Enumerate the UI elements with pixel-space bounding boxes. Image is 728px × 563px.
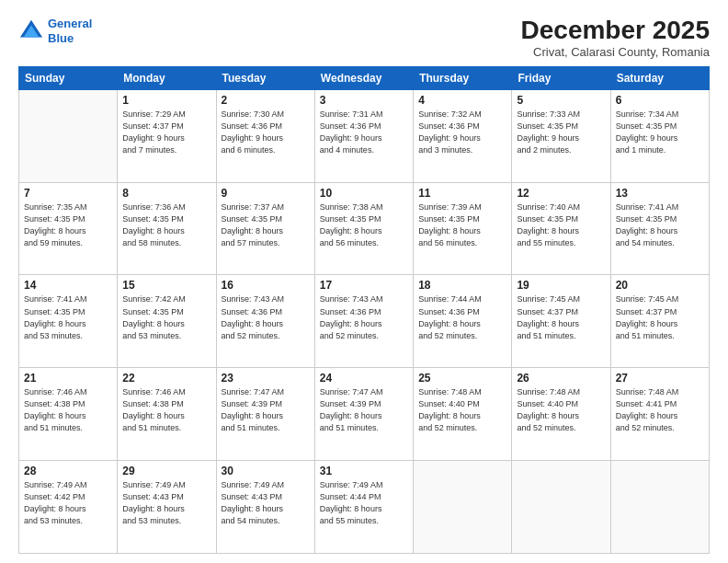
calendar-cell: 1Sunrise: 7:29 AMSunset: 4:37 PMDaylight… bbox=[118, 89, 216, 182]
calendar-cell: 31Sunrise: 7:49 AMSunset: 4:44 PMDayligh… bbox=[314, 461, 413, 554]
day-info: Sunrise: 7:43 AMSunset: 4:36 PMDaylight:… bbox=[222, 293, 310, 341]
day-number: 22 bbox=[122, 372, 210, 385]
day-info: Sunrise: 7:46 AMSunset: 4:38 PMDaylight:… bbox=[24, 386, 112, 434]
day-info: Sunrise: 7:45 AMSunset: 4:37 PMDaylight:… bbox=[517, 293, 605, 341]
logo-line1: General bbox=[48, 17, 92, 30]
calendar-cell: 8Sunrise: 7:36 AMSunset: 4:35 PMDaylight… bbox=[118, 182, 216, 275]
day-info: Sunrise: 7:45 AMSunset: 4:37 PMDaylight:… bbox=[616, 293, 704, 341]
calendar-cell: 29Sunrise: 7:49 AMSunset: 4:43 PMDayligh… bbox=[118, 461, 216, 554]
day-number: 10 bbox=[320, 187, 408, 200]
main-title: December 2025 bbox=[521, 17, 710, 45]
day-number: 21 bbox=[24, 372, 112, 385]
calendar-cell: 16Sunrise: 7:43 AMSunset: 4:36 PMDayligh… bbox=[216, 275, 314, 368]
weekday-header: Wednesday bbox=[314, 66, 413, 89]
day-number: 8 bbox=[122, 187, 210, 200]
header: General Blue December 2025 Crivat, Calar… bbox=[18, 17, 710, 59]
day-info: Sunrise: 7:46 AMSunset: 4:38 PMDaylight:… bbox=[122, 386, 210, 434]
calendar-week-row: 21Sunrise: 7:46 AMSunset: 4:38 PMDayligh… bbox=[19, 368, 710, 461]
calendar-cell: 10Sunrise: 7:38 AMSunset: 4:35 PMDayligh… bbox=[314, 182, 413, 275]
day-number: 30 bbox=[222, 465, 310, 477]
day-info: Sunrise: 7:41 AMSunset: 4:35 PMDaylight:… bbox=[24, 293, 112, 341]
day-info: Sunrise: 7:47 AMSunset: 4:39 PMDaylight:… bbox=[320, 386, 408, 434]
calendar-week-row: 1Sunrise: 7:29 AMSunset: 4:37 PMDaylight… bbox=[19, 89, 710, 182]
weekday-header: Friday bbox=[512, 66, 610, 89]
calendar-cell: 12Sunrise: 7:40 AMSunset: 4:35 PMDayligh… bbox=[512, 182, 610, 275]
calendar-cell: 4Sunrise: 7:32 AMSunset: 4:36 PMDaylight… bbox=[414, 89, 512, 182]
day-info: Sunrise: 7:38 AMSunset: 4:35 PMDaylight:… bbox=[320, 201, 408, 249]
day-info: Sunrise: 7:33 AMSunset: 4:35 PMDaylight:… bbox=[517, 109, 605, 156]
day-info: Sunrise: 7:47 AMSunset: 4:39 PMDaylight:… bbox=[222, 386, 310, 434]
calendar-cell: 23Sunrise: 7:47 AMSunset: 4:39 PMDayligh… bbox=[216, 368, 314, 461]
day-number: 3 bbox=[320, 94, 408, 107]
calendar-cell: 5Sunrise: 7:33 AMSunset: 4:35 PMDaylight… bbox=[512, 89, 610, 182]
day-number: 17 bbox=[320, 279, 408, 292]
day-info: Sunrise: 7:48 AMSunset: 4:40 PMDaylight:… bbox=[517, 386, 605, 434]
day-number: 4 bbox=[418, 94, 506, 107]
day-info: Sunrise: 7:49 AMSunset: 4:43 PMDaylight:… bbox=[122, 479, 210, 527]
day-number: 11 bbox=[418, 187, 506, 200]
calendar-cell: 28Sunrise: 7:49 AMSunset: 4:42 PMDayligh… bbox=[19, 461, 118, 554]
day-number: 9 bbox=[222, 187, 310, 200]
logo-line2: Blue bbox=[48, 31, 74, 45]
logo-text: General Blue bbox=[48, 17, 92, 45]
day-number: 31 bbox=[320, 465, 408, 477]
calendar-cell: 13Sunrise: 7:41 AMSunset: 4:35 PMDayligh… bbox=[610, 182, 709, 275]
day-info: Sunrise: 7:48 AMSunset: 4:40 PMDaylight:… bbox=[418, 386, 506, 434]
calendar-cell bbox=[610, 461, 709, 554]
weekday-header: Thursday bbox=[414, 66, 512, 89]
calendar-cell: 14Sunrise: 7:41 AMSunset: 4:35 PMDayligh… bbox=[19, 275, 118, 368]
day-info: Sunrise: 7:36 AMSunset: 4:35 PMDaylight:… bbox=[122, 201, 210, 249]
day-number: 27 bbox=[616, 372, 704, 385]
calendar-cell: 11Sunrise: 7:39 AMSunset: 4:35 PMDayligh… bbox=[414, 182, 512, 275]
day-info: Sunrise: 7:49 AMSunset: 4:43 PMDaylight:… bbox=[222, 479, 310, 527]
calendar-header-row: SundayMondayTuesdayWednesdayThursdayFrid… bbox=[19, 66, 710, 89]
day-info: Sunrise: 7:31 AMSunset: 4:36 PMDaylight:… bbox=[320, 109, 408, 156]
logo: General Blue bbox=[18, 17, 92, 45]
day-info: Sunrise: 7:49 AMSunset: 4:42 PMDaylight:… bbox=[24, 479, 112, 527]
day-number: 26 bbox=[517, 372, 605, 385]
logo-icon bbox=[18, 18, 44, 44]
day-info: Sunrise: 7:32 AMSunset: 4:36 PMDaylight:… bbox=[418, 109, 506, 156]
day-number: 2 bbox=[222, 94, 310, 107]
day-number: 12 bbox=[517, 187, 605, 200]
calendar-cell bbox=[19, 89, 118, 182]
day-number: 14 bbox=[24, 279, 112, 292]
calendar-cell: 19Sunrise: 7:45 AMSunset: 4:37 PMDayligh… bbox=[512, 275, 610, 368]
day-info: Sunrise: 7:41 AMSunset: 4:35 PMDaylight:… bbox=[616, 201, 704, 249]
calendar-cell: 24Sunrise: 7:47 AMSunset: 4:39 PMDayligh… bbox=[314, 368, 413, 461]
title-block: December 2025 Crivat, Calarasi County, R… bbox=[521, 17, 710, 59]
calendar-cell: 27Sunrise: 7:48 AMSunset: 4:41 PMDayligh… bbox=[610, 368, 709, 461]
calendar-cell: 15Sunrise: 7:42 AMSunset: 4:35 PMDayligh… bbox=[118, 275, 216, 368]
calendar-cell bbox=[414, 461, 512, 554]
day-info: Sunrise: 7:34 AMSunset: 4:35 PMDaylight:… bbox=[616, 109, 704, 156]
day-info: Sunrise: 7:43 AMSunset: 4:36 PMDaylight:… bbox=[320, 293, 408, 341]
calendar-cell: 22Sunrise: 7:46 AMSunset: 4:38 PMDayligh… bbox=[118, 368, 216, 461]
calendar-cell: 20Sunrise: 7:45 AMSunset: 4:37 PMDayligh… bbox=[610, 275, 709, 368]
calendar-cell: 3Sunrise: 7:31 AMSunset: 4:36 PMDaylight… bbox=[314, 89, 413, 182]
calendar-week-row: 7Sunrise: 7:35 AMSunset: 4:35 PMDaylight… bbox=[19, 182, 710, 275]
weekday-header: Saturday bbox=[610, 66, 709, 89]
day-number: 16 bbox=[222, 279, 310, 292]
calendar-cell: 7Sunrise: 7:35 AMSunset: 4:35 PMDaylight… bbox=[19, 182, 118, 275]
calendar-cell: 18Sunrise: 7:44 AMSunset: 4:36 PMDayligh… bbox=[414, 275, 512, 368]
weekday-header: Sunday bbox=[19, 66, 118, 89]
calendar-cell: 2Sunrise: 7:30 AMSunset: 4:36 PMDaylight… bbox=[216, 89, 314, 182]
day-number: 23 bbox=[222, 372, 310, 385]
day-info: Sunrise: 7:42 AMSunset: 4:35 PMDaylight:… bbox=[122, 293, 210, 341]
day-info: Sunrise: 7:40 AMSunset: 4:35 PMDaylight:… bbox=[517, 201, 605, 249]
calendar-cell: 9Sunrise: 7:37 AMSunset: 4:35 PMDaylight… bbox=[216, 182, 314, 275]
day-info: Sunrise: 7:29 AMSunset: 4:37 PMDaylight:… bbox=[122, 109, 210, 156]
day-number: 28 bbox=[24, 465, 112, 477]
day-number: 19 bbox=[517, 279, 605, 292]
subtitle: Crivat, Calarasi County, Romania bbox=[521, 45, 710, 59]
calendar-table: SundayMondayTuesdayWednesdayThursdayFrid… bbox=[18, 66, 710, 554]
day-number: 6 bbox=[616, 94, 704, 107]
day-info: Sunrise: 7:37 AMSunset: 4:35 PMDaylight:… bbox=[222, 201, 310, 249]
day-info: Sunrise: 7:35 AMSunset: 4:35 PMDaylight:… bbox=[24, 201, 112, 249]
calendar-cell bbox=[512, 461, 610, 554]
day-number: 25 bbox=[418, 372, 506, 385]
day-info: Sunrise: 7:39 AMSunset: 4:35 PMDaylight:… bbox=[418, 201, 506, 249]
page: General Blue December 2025 Crivat, Calar… bbox=[0, 0, 728, 563]
day-number: 7 bbox=[24, 187, 112, 200]
calendar-cell: 17Sunrise: 7:43 AMSunset: 4:36 PMDayligh… bbox=[314, 275, 413, 368]
